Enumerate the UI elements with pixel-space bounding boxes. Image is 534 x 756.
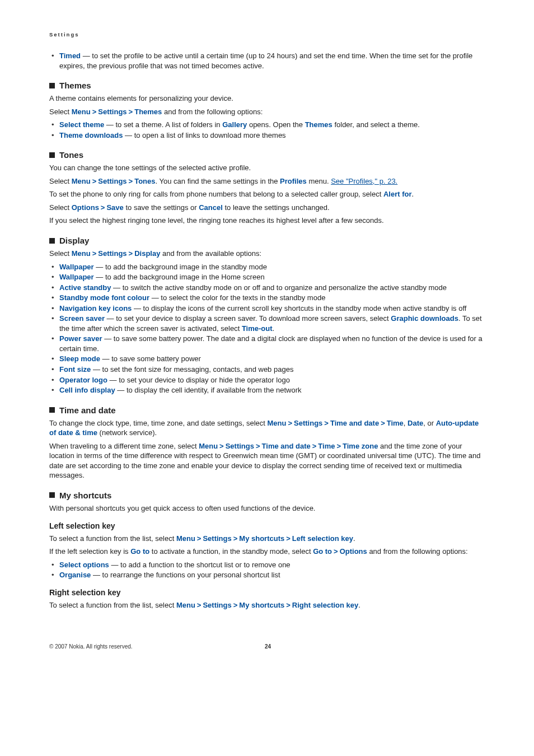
kw-settings: Settings <box>98 108 127 116</box>
kw: Sleep mode <box>59 354 100 363</box>
list-item: Cell info display — to display the cell … <box>59 385 486 395</box>
chevron-icon: > <box>195 534 203 543</box>
kw: Menu <box>72 177 91 185</box>
text: — to display the cell identity, if avail… <box>115 386 302 394</box>
text: Select <box>49 249 72 258</box>
text: — to add a function to the shortcut list… <box>109 561 291 569</box>
chevron-icon: > <box>127 177 135 185</box>
kw: Active standby <box>59 283 111 292</box>
list-item: Screen saver — to set your device to dis… <box>59 314 486 333</box>
heading-text: Time and date <box>59 405 116 415</box>
chevron-icon: > <box>99 203 107 212</box>
list-item: Operator logo — to set your device to di… <box>59 375 486 385</box>
copyright: © 2007 Nokia. All rights reserved. <box>49 643 265 650</box>
kw: Time-out <box>242 324 273 333</box>
kw: Time <box>387 419 404 427</box>
text: If the left selection key is <box>49 547 130 556</box>
kw: Time and date <box>330 419 379 427</box>
kw-themes: Themes <box>134 108 162 116</box>
text: Select Options>Save to save the settings… <box>49 203 486 213</box>
text: To select a function from the list, sele… <box>49 600 486 610</box>
kw: Menu <box>268 419 287 427</box>
kw: My shortcuts <box>239 534 284 543</box>
text: If the left selection key is Go to to ac… <box>49 547 486 557</box>
subheading-left-selection: Left selection key <box>49 521 486 530</box>
kw: Cell info display <box>59 386 115 394</box>
text: — to save some battery power. The date a… <box>59 334 483 353</box>
kw: Settings <box>294 419 322 427</box>
chevron-icon: > <box>127 249 135 258</box>
kw: Save <box>106 203 123 212</box>
heading-text: Tones <box>59 150 83 160</box>
text: menu. <box>307 177 331 185</box>
kw: Graphic downloads <box>391 314 458 323</box>
kw: Select options <box>59 561 109 569</box>
kw: Wallpaper <box>59 273 94 281</box>
link-see-profiles[interactable]: See "Profiles," p. 23. <box>331 177 397 185</box>
kw: Screen saver <box>59 314 105 323</box>
kw: Menu <box>72 249 91 258</box>
chevron-icon: > <box>91 249 99 258</box>
chevron-icon: > <box>232 601 240 609</box>
list-item: Wallpaper — to add the background image … <box>59 272 486 282</box>
kw: Settings <box>98 249 127 258</box>
list-item: Select options — to add a function to th… <box>59 560 486 570</box>
kw: Options <box>340 547 367 556</box>
kw: Profiles <box>280 177 307 185</box>
text: — to set a theme. A list of folders in <box>104 120 222 129</box>
text: To set the phone to only ring for calls … <box>49 190 383 198</box>
square-bullet-icon <box>49 83 55 88</box>
chevron-icon: > <box>322 419 330 427</box>
text: A theme contains elements for personaliz… <box>49 94 486 104</box>
text: — to save some battery power <box>100 354 201 363</box>
kw: Menu <box>176 601 195 609</box>
text: Select <box>49 203 72 212</box>
text: and from the following options: <box>367 547 468 556</box>
chevron-icon: > <box>332 547 340 556</box>
chevron-icon: > <box>335 442 343 450</box>
kw: Gallery <box>222 120 247 129</box>
kw: Settings <box>203 601 231 609</box>
kw: Settings <box>98 177 127 185</box>
footer: © 2007 Nokia. All rights reserved. 24 <box>49 643 486 650</box>
text: to save the settings or <box>124 203 199 212</box>
kw: Standby mode font colour <box>59 293 149 302</box>
text: When traveling to a different time zone,… <box>49 441 486 480</box>
kw: Left selection key <box>292 534 353 543</box>
list-item: Select theme — to set a theme. A list of… <box>59 120 486 130</box>
text: folder, and select a theme. <box>332 120 420 129</box>
text: When traveling to a different time zone,… <box>49 442 199 450</box>
page-number: 24 <box>265 643 271 650</box>
chevron-icon: > <box>284 601 292 609</box>
kw: Options <box>72 203 99 212</box>
kw: Navigation key icons <box>59 304 132 312</box>
kw: Themes <box>305 120 332 129</box>
bullet-timed: Timed — to set the profile to be active … <box>59 51 486 71</box>
text: — to set the font size for messaging, co… <box>91 365 293 374</box>
page-header: Settings <box>49 31 486 38</box>
kw: Tones <box>134 177 155 185</box>
heading-my-shortcuts: My shortcuts <box>49 491 486 500</box>
text: To select a function from the list, sele… <box>49 534 486 544</box>
square-bullet-icon <box>49 238 55 244</box>
kw: Time zone <box>343 442 378 450</box>
kw-menu: Menu <box>72 108 91 116</box>
text: — to select the color for the texts in t… <box>149 293 325 302</box>
chevron-icon: > <box>232 534 240 543</box>
kw: Menu <box>199 442 218 450</box>
kw: Wallpaper <box>59 263 94 271</box>
text: . <box>353 534 355 543</box>
heading-text: Themes <box>59 81 91 90</box>
text: . <box>358 601 360 609</box>
kw: Cancel <box>199 203 223 212</box>
list-item: Standby mode font colour — to select the… <box>59 293 486 303</box>
list-item: Font size — to set the font size for mes… <box>59 365 486 375</box>
list-item: Theme downloads — to open a list of link… <box>59 130 486 141</box>
chevron-icon: > <box>379 419 387 427</box>
heading-themes: Themes <box>49 81 486 90</box>
chevron-icon: > <box>311 442 318 450</box>
text: . <box>411 190 414 198</box>
chevron-icon: > <box>127 108 135 116</box>
text: — to switch the active standby mode on o… <box>111 283 447 292</box>
kw: Select theme <box>59 120 104 129</box>
